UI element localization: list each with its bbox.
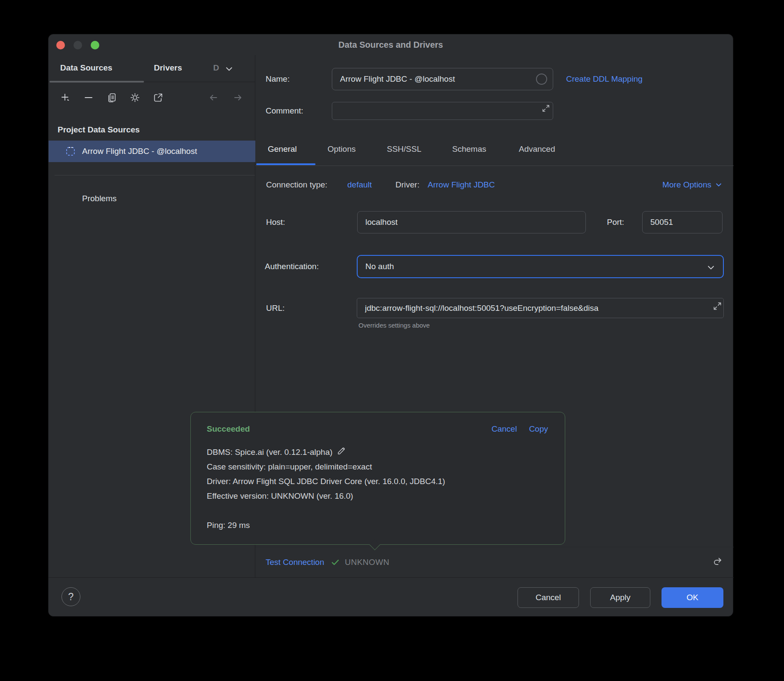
host-label: Host: — [266, 211, 285, 233]
connection-type-label: Connection type: — [266, 180, 328, 190]
host-input[interactable]: localhost — [357, 211, 586, 233]
remove-icon[interactable] — [83, 92, 94, 103]
tab-divider — [255, 166, 734, 166]
tab-schemas[interactable]: Schemas — [452, 135, 486, 163]
chevron-down-icon[interactable] — [224, 64, 234, 74]
expand-icon[interactable] — [541, 104, 551, 113]
popup-status: Succeeded — [207, 424, 250, 434]
datasource-item-label: Arrow Flight JDBC - @localhost — [82, 147, 197, 156]
tab-general[interactable]: General — [268, 135, 297, 163]
duplicate-icon[interactable] — [106, 92, 117, 103]
test-connection-popup: Succeeded Cancel Copy DBMS: Spice.ai (ve… — [190, 412, 565, 545]
url-hint: Overrides settings above — [358, 322, 430, 329]
popup-line-driver: Driver: Arrow Flight SQL JDBC Driver Cor… — [207, 474, 552, 489]
popup-copy-link[interactable]: Copy — [529, 424, 548, 434]
apply-button[interactable]: Apply — [590, 587, 650, 608]
host-value: localhost — [365, 218, 398, 227]
add-icon[interactable] — [60, 92, 71, 103]
datasource-list-item-selected[interactable]: Arrow Flight JDBC - @localhost — [49, 141, 255, 162]
popup-details: DBMS: Spice.ai (ver. 0.12.1-alpha) Case … — [207, 445, 552, 533]
gear-icon[interactable] — [129, 92, 141, 103]
url-value: jdbc:arrow-flight-sql://localhost:50051?… — [365, 304, 712, 313]
connection-type-row: Connection type: default Driver: Arrow F… — [255, 180, 734, 192]
popup-cancel-link[interactable]: Cancel — [491, 424, 517, 434]
name-value: Arrow Flight JDBC - @localhost — [340, 74, 455, 84]
forward-arrow-icon[interactable] — [232, 92, 243, 103]
name-label: Name: — [266, 68, 290, 90]
driver-label: Driver: — [395, 180, 420, 190]
popup-line-dbms: DBMS: Spice.ai (ver. 0.12.1-alpha) — [207, 448, 333, 457]
cancel-button[interactable]: Cancel — [518, 587, 579, 608]
check-icon — [330, 557, 340, 568]
project-data-sources-header: Project Data Sources — [58, 122, 140, 138]
name-input[interactable]: Arrow Flight JDBC - @localhost — [332, 68, 553, 90]
driver-value-link[interactable]: Arrow Flight JDBC — [428, 180, 495, 190]
tab-options[interactable]: Options — [328, 135, 355, 163]
undo-icon[interactable] — [711, 555, 725, 569]
more-options-link[interactable]: More Options — [662, 180, 723, 190]
url-label: URL: — [266, 298, 285, 318]
port-label: Port: — [607, 211, 624, 233]
tab-ddl-mappings-truncated[interactable]: D — [213, 55, 219, 82]
settings-tab-bar: General Options SSH/SSL Schemas Advanced — [255, 135, 734, 166]
popup-line-blank — [207, 503, 552, 518]
name-progress-circle — [536, 74, 547, 85]
help-icon[interactable]: ? — [61, 587, 80, 606]
problems-row[interactable]: Problems — [49, 188, 255, 209]
sidebar-tab-strip: Data Sources Drivers D — [49, 55, 255, 82]
more-options-label: More Options — [662, 180, 711, 190]
port-input[interactable]: 50051 — [642, 211, 723, 233]
connection-type-value-link[interactable]: default — [347, 180, 372, 190]
tab-drivers[interactable]: Drivers — [154, 55, 182, 82]
port-value: 50051 — [650, 218, 673, 227]
popup-line-case: Case sensitivity: plain=upper, delimited… — [207, 460, 552, 474]
back-arrow-icon[interactable] — [208, 92, 219, 103]
chevron-down-icon — [715, 181, 723, 189]
url-input[interactable]: jdbc:arrow-flight-sql://localhost:50051?… — [357, 298, 724, 318]
dialog-footer: ? Cancel Apply OK — [49, 577, 734, 617]
popup-line-ping: Ping: 29 ms — [207, 518, 552, 533]
test-connection-row: Test Connection UNKNOWN — [255, 547, 734, 577]
comment-input[interactable] — [332, 102, 553, 120]
tab-ssh-ssl[interactable]: SSH/SSL — [387, 135, 421, 163]
title-bar: Data Sources and Drivers — [49, 34, 733, 55]
window-title: Data Sources and Drivers — [49, 34, 733, 55]
open-in-new-icon[interactable] — [153, 92, 164, 103]
expand-icon[interactable] — [712, 301, 723, 311]
active-tab-indicator — [256, 163, 315, 165]
chevron-down-icon — [706, 262, 716, 273]
datasource-icon — [65, 146, 76, 157]
sidebar-divider — [55, 175, 255, 175]
test-connection-link[interactable]: Test Connection — [266, 558, 324, 567]
create-ddl-mapping-link[interactable]: Create DDL Mapping — [566, 68, 643, 90]
comment-label: Comment: — [266, 102, 303, 120]
popup-line-version: Effective version: UNKNOWN (ver. 16.0) — [207, 489, 552, 503]
ok-button[interactable]: OK — [662, 587, 723, 608]
tab-data-sources[interactable]: Data Sources — [60, 55, 112, 82]
authentication-select[interactable]: No auth — [357, 255, 724, 278]
authentication-label: Authentication: — [265, 255, 319, 278]
test-status: UNKNOWN — [345, 558, 389, 567]
problems-label: Problems — [82, 194, 116, 203]
pencil-icon[interactable] — [336, 446, 346, 456]
data-sources-dialog: Data Sources and Drivers Data Sources Dr… — [48, 34, 733, 617]
sidebar-toolbar — [49, 82, 255, 113]
authentication-value: No auth — [365, 262, 394, 271]
tab-advanced[interactable]: Advanced — [519, 135, 555, 163]
